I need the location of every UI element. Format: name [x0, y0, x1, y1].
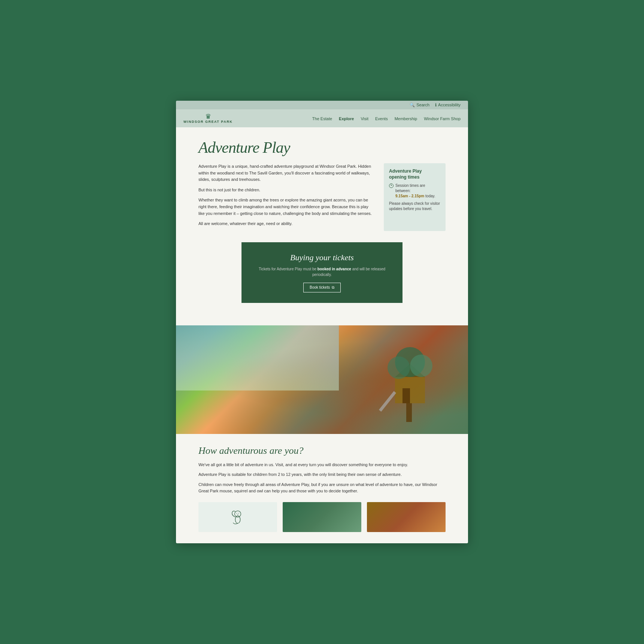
adventurous-section: How adventurous are you? We've all got a…	[176, 434, 468, 543]
main-content: Adventure Play Adventure Play is a uniqu…	[176, 127, 468, 325]
svg-point-6	[388, 356, 410, 379]
squirrel-icon	[228, 508, 247, 526]
svg-point-7	[410, 355, 432, 377]
page-title: Adventure Play	[198, 139, 446, 157]
book-tickets-label: Book tickets	[310, 285, 330, 289]
accessibility-link[interactable]: ℹ Accessibility	[435, 103, 461, 107]
adventurous-p2: Adventure Play is suitable for children …	[198, 471, 446, 478]
sky-area	[176, 325, 339, 391]
tickets-desc-bold: booked in advance	[318, 267, 351, 271]
squirrel-image	[198, 502, 277, 532]
adventurous-p1: We've all got a little bit of adventure …	[198, 462, 446, 468]
nav-item-membership[interactable]: Membership	[395, 116, 417, 121]
sidebar-title: Adventure Play opening times	[389, 168, 440, 180]
adventurous-p3: Children can move freely through all are…	[198, 482, 446, 495]
adventurous-heading: How adventurous are you?	[198, 445, 446, 456]
nav-bar: ♛ WINDSOR GREAT PARK The Estate Explore …	[176, 109, 468, 127]
main-text: Adventure Play is a unique, hand-crafted…	[198, 163, 374, 231]
nav-item-estate[interactable]: The Estate	[312, 116, 332, 121]
svg-point-8	[235, 511, 241, 517]
tickets-wrapper: Buying your tickets Tickets for Adventur…	[198, 242, 446, 303]
image-section	[176, 325, 468, 434]
tickets-desc-prefix: Tickets for Adventure Play must be	[259, 267, 318, 271]
intro-p2: But this is not just for the children.	[198, 187, 374, 194]
book-tickets-button[interactable]: Book tickets ⧉	[303, 283, 341, 292]
content-layout: Adventure Play is a unique, hand-crafted…	[198, 163, 446, 231]
search-link[interactable]: 🔍 Search	[410, 103, 429, 107]
intro-p4: All are welcome, whatever their age, nee…	[198, 221, 374, 227]
tickets-heading: Buying your tickets	[249, 253, 395, 262]
time-highlight: 9.15am - 2.15pm	[395, 194, 424, 198]
forest-image	[283, 502, 361, 532]
time-suffix: today.	[424, 194, 435, 198]
svg-point-11	[239, 513, 239, 514]
svg-point-10	[237, 513, 237, 514]
wood-image	[367, 502, 446, 532]
browser-window: 🔍 Search ℹ Accessibility ♛ WINDSOR GREAT…	[176, 101, 468, 543]
search-label: Search	[416, 103, 429, 107]
clock-row: Session times are between: 9.15am - 2.15…	[389, 183, 440, 199]
logo-text: WINDSOR GREAT PARK	[183, 120, 233, 124]
tickets-description: Tickets for Adventure Play must be booke…	[249, 266, 395, 277]
bottom-images	[198, 502, 446, 532]
nav-item-visit[interactable]: Visit	[361, 116, 368, 121]
nav-item-explore[interactable]: Explore	[339, 116, 354, 121]
utility-bar: 🔍 Search ℹ Accessibility	[176, 101, 468, 109]
intro-p3: Whether they want to climb among the tre…	[198, 197, 374, 217]
session-label: Session times are between:	[395, 183, 425, 193]
intro-p1: Adventure Play is a unique, hand-crafted…	[198, 163, 374, 183]
external-link-icon: ⧉	[332, 285, 334, 290]
time-text: Session times are between: 9.15am - 2.15…	[395, 183, 440, 199]
search-icon: 🔍	[410, 103, 415, 107]
update-text: Please always check for visitor updates …	[389, 201, 440, 212]
tickets-section: Buying your tickets Tickets for Adventur…	[242, 242, 402, 303]
nav-item-events[interactable]: Events	[375, 116, 388, 121]
crown-icon: ♛	[205, 113, 211, 120]
adventure-image	[176, 325, 468, 434]
accessibility-label: Accessibility	[438, 103, 461, 107]
nav-item-farm-shop[interactable]: Windsor Farm Shop	[424, 116, 461, 121]
treehouse-svg	[373, 347, 440, 422]
clock-icon	[389, 183, 394, 188]
logo[interactable]: ♛ WINDSOR GREAT PARK	[183, 113, 233, 124]
sidebar-box: Adventure Play opening times Session tim…	[384, 163, 446, 231]
accessibility-icon: ℹ	[435, 103, 437, 107]
svg-line-3	[380, 392, 395, 411]
svg-rect-4	[406, 403, 412, 422]
nav-links: The Estate Explore Visit Events Membersh…	[312, 115, 461, 122]
svg-rect-2	[402, 388, 410, 403]
